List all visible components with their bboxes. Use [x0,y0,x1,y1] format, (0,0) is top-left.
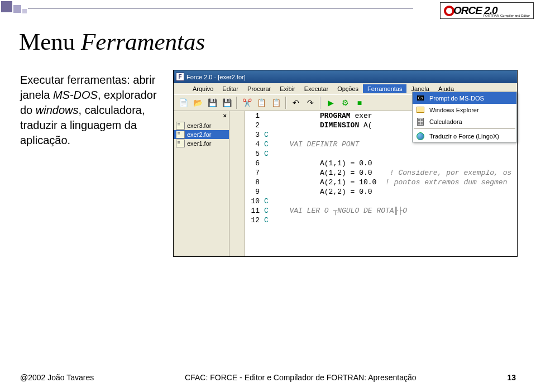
window-titlebar[interactable]: F Force 2.0 - [exer2.for] [174,70,517,83]
file-item[interactable]: exer1.for [174,139,229,148]
dos-icon: C:\ [415,94,426,103]
menu-executar[interactable]: Executar [300,85,333,92]
run-icon[interactable]: ▶ [324,97,337,109]
save-icon[interactable]: 💾 [206,97,218,109]
app-icon: F [176,73,184,81]
menu-ferramentas[interactable]: Ferramentas [363,84,406,93]
dd-traduzir[interactable]: Traduzir o Force (LingoX) [413,130,516,142]
file-item[interactable]: exer2.for [174,130,229,139]
app-screenshot: F Force 2.0 - [exer2.for] Arquivo Editar… [173,70,518,257]
file-icon [176,122,185,130]
open-folder-icon[interactable]: 📂 [192,97,204,109]
globe-icon [415,132,426,141]
file-icon [176,140,185,147]
slide-title: Menu Ferramentas [19,28,205,55]
stop-icon[interactable]: ■ [353,97,366,109]
explorer-icon [415,106,426,114]
code-line[interactable]: 6A(1,1) = 0.0 [245,159,517,168]
slide-footer: @2002 João Tavares CFAC: FORCE - Editor … [20,373,516,382]
code-line[interactable]: 9A(2,2) = 0.0 [245,187,517,197]
menu-arquivo[interactable]: Arquivo [188,85,218,92]
file-panel: × exer3.for exer2.for exer1.for [174,111,229,256]
menu-opcoes[interactable]: Opções [333,85,363,92]
calc-icon [415,117,426,126]
code-line[interactable]: 5C [245,149,517,159]
code-line[interactable]: 10C [245,197,517,206]
editor-gutter-margin [229,111,245,256]
redo-icon[interactable]: ↷ [304,97,317,109]
menu-procurar[interactable]: Procurar [243,85,275,92]
panel-close-icon[interactable]: × [223,112,227,119]
file-icon [176,131,185,138]
save-all-icon[interactable]: 💾 [221,97,233,109]
code-line[interactable]: 12C [245,216,517,225]
footer-title: CFAC: FORCE - Editor e Compilador de FOR… [94,373,507,382]
menu-editar[interactable]: Editar [218,85,243,92]
code-line[interactable]: 11C VAI LER O ┬NGULO DE ROTA╟├O [245,206,517,216]
dd-msdos[interactable]: C:\ Prompt do MS-DOS [413,92,516,104]
file-item[interactable]: exer3.for [174,121,229,130]
paste-icon[interactable]: 📋 [270,97,282,109]
force-logo: ORCE 2.0 FORTRAN Compiler and Editor [440,2,534,19]
dropdown-separator [414,128,515,129]
dd-explorer[interactable]: Windows Explorer [413,104,516,116]
build-icon[interactable]: ⚙ [339,97,351,109]
code-line[interactable]: 8A(2,1) = 10.0 ! pontos extremos dum seg… [245,178,517,187]
undo-icon[interactable]: ↶ [290,97,302,109]
footer-author: @2002 João Tavares [20,373,94,382]
ferramentas-dropdown: C:\ Prompt do MS-DOS Windows Explorer Ca… [412,92,517,142]
code-line[interactable]: 7A(1,2) = 0.0 ! Considere, por exemplo, … [245,168,517,178]
menu-exibir[interactable]: Exibir [275,85,300,92]
copy-icon[interactable]: 📋 [255,97,267,109]
new-file-icon[interactable]: 📄 [177,97,189,109]
page-number: 13 [507,373,516,382]
logo-tagline: FORTRAN Compiler and Editor [483,14,530,17]
cut-icon[interactable]: ✂️ [241,97,253,109]
window-title: Force 2.0 - [exer2.for] [186,74,246,80]
slide-body-text: Executar ferramentas: abrir janela MS-DO… [20,73,160,148]
dd-calculadora[interactable]: Calculadora [413,116,516,127]
